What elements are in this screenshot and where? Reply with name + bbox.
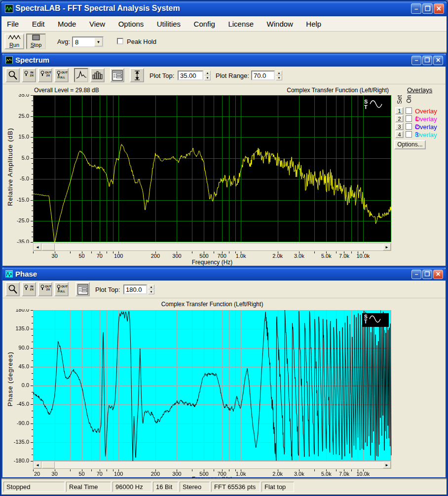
plot-top-spinner[interactable]: ▲▼: [148, 284, 154, 294]
plot-top-input[interactable]: 35.00: [178, 71, 203, 80]
overlay-4-set-button[interactable]: 4: [395, 131, 404, 138]
phase-header-center: Complex Transfer Function (Left/Right): [33, 301, 391, 308]
overlay-2-set-button[interactable]: 2: [395, 115, 404, 122]
phase-title: Phase: [15, 270, 37, 278]
zoom-tool-button[interactable]: [5, 68, 20, 82]
x-tick-label: 700: [217, 253, 226, 259]
spectrum-close-button[interactable]: ✕: [433, 56, 443, 65]
line-plot-icon: [76, 70, 87, 80]
spinner-up-icon[interactable]: ▲: [204, 71, 211, 75]
line-plot-button[interactable]: [74, 68, 88, 82]
main-title-bar[interactable]: SpectraLAB - FFT Spectral Analysis Syste…: [1, 1, 447, 16]
minimize-button[interactable]: –: [411, 3, 421, 14]
display-options-button[interactable]: [75, 282, 90, 296]
zoom-out-2x-button[interactable]: OUT2X: [38, 68, 52, 82]
zoom-in-2x-button[interactable]: IN2X: [22, 282, 36, 296]
menu-utilities[interactable]: Utilities: [151, 16, 186, 28]
overlay-1-checkbox[interactable]: [406, 107, 412, 114]
x-tick-label: 3.0k: [294, 253, 304, 259]
plot-top-spinner[interactable]: ▲▼: [204, 71, 211, 80]
spectrum-maximize-button[interactable]: ❐: [422, 56, 432, 65]
menu-mode[interactable]: Mode: [52, 16, 82, 28]
x-tick: [70, 469, 71, 471]
spectrum-scrollbar[interactable]: ◄ ►: [33, 243, 391, 251]
x-tick-label: 1.0k: [236, 253, 246, 259]
zoom-in-2x-button[interactable]: IN2X: [22, 68, 36, 82]
spectrum-plot-canvas[interactable]: [2, 94, 397, 243]
overlays-options-button[interactable]: Options...: [394, 140, 426, 149]
scroll-left-icon[interactable]: ◄: [34, 461, 41, 468]
x-tick: [229, 469, 229, 471]
zoom-out-full-button[interactable]: OUTFULL: [54, 282, 69, 296]
menu-view[interactable]: View: [84, 16, 111, 28]
stop-button[interactable]: Stop: [26, 34, 46, 49]
phase-scrollbar[interactable]: ◄ ►: [33, 461, 391, 469]
spectrum-toolbar: IN2X OUT2X OUTFULL Plot Top:: [2, 67, 446, 84]
svg-text:T: T: [364, 319, 367, 324]
zoom-out-2x-button[interactable]: OUT2X: [38, 282, 52, 296]
overlay-4-checkbox[interactable]: [406, 131, 412, 138]
phase-minimize-button[interactable]: –: [411, 270, 421, 279]
scroll-right-icon[interactable]: ►: [383, 461, 391, 468]
x-tick: [33, 469, 34, 471]
menu-edit[interactable]: Edit: [27, 16, 50, 28]
bar-plot-button[interactable]: [90, 68, 105, 82]
phase-maximize-button[interactable]: ❐: [422, 270, 432, 279]
menu-help[interactable]: Help: [300, 16, 327, 28]
spinner-up-icon[interactable]: ▲: [148, 284, 154, 289]
phase-title-bar[interactable]: Phase – ❐ ✕: [2, 268, 446, 281]
run-button[interactable]: Run: [4, 34, 24, 49]
close-button[interactable]: ✕: [434, 3, 444, 14]
menu-options[interactable]: Options: [113, 16, 149, 28]
x-tick: [107, 469, 107, 471]
spectrum-minimize-button[interactable]: –: [411, 56, 421, 65]
phase-plot-canvas[interactable]: [2, 309, 397, 463]
spinner-down-icon[interactable]: ▼: [204, 75, 211, 80]
x-tick-label: 70: [97, 253, 103, 259]
zoom-tool-button[interactable]: [5, 282, 20, 296]
overlay-2-checkbox[interactable]: [406, 115, 412, 122]
menu-config[interactable]: Config: [188, 16, 221, 28]
x-tick-label: 100: [114, 253, 123, 259]
app-icon[interactable]: [5, 4, 13, 13]
plot-range-input[interactable]: 70.0: [251, 71, 275, 80]
overlay-1-set-button[interactable]: 1: [395, 107, 404, 114]
spectrum-title-bar[interactable]: Spectrum – ❐ ✕: [2, 54, 446, 67]
x-tick: [351, 251, 352, 253]
phase-scrollbar-thumb[interactable]: [42, 461, 55, 468]
plot-range-spinner[interactable]: ▲▼: [276, 71, 282, 80]
scroll-right-icon[interactable]: ►: [383, 244, 391, 250]
display-options-button[interactable]: [110, 68, 124, 82]
status-fft-size: FFT 65536 pts: [211, 482, 260, 492]
spectrum-window-icon[interactable]: [5, 56, 13, 64]
chevron-down-icon[interactable]: ▼: [94, 37, 103, 46]
phase-window-icon[interactable]: [5, 270, 13, 278]
phase-close-button[interactable]: ✕: [433, 270, 443, 279]
overlay-3-checkbox[interactable]: [406, 123, 412, 130]
x-tick: [214, 469, 214, 471]
spectrum-header-right: Complex Transfer Function (Left/Right): [287, 87, 389, 94]
zoom-out-full-button[interactable]: OUTFULL: [54, 68, 69, 82]
menu-window[interactable]: Window: [261, 16, 299, 28]
stop-square-icon: [30, 35, 42, 40]
overlays-title: Overlays: [407, 86, 432, 94]
status-run-state: Stopped: [3, 482, 65, 492]
scroll-left-icon[interactable]: ◄: [34, 244, 41, 250]
spinner-down-icon[interactable]: ▼: [276, 75, 282, 80]
spinner-down-icon[interactable]: ▼: [148, 289, 154, 294]
menu-license[interactable]: License: [223, 16, 259, 28]
spectrum-scrollbar-thumb[interactable]: [42, 244, 55, 250]
x-tick-label: 10.0k: [356, 253, 370, 259]
avg-select[interactable]: 8 ▼: [72, 36, 104, 47]
maximize-button[interactable]: ❐: [422, 3, 433, 14]
spinner-up-icon[interactable]: ▲: [276, 71, 282, 75]
menu-file[interactable]: File: [1, 16, 24, 28]
x-tick: [214, 251, 214, 253]
overlay-3-set-button[interactable]: 3: [395, 123, 404, 130]
peak-hold-checkbox[interactable]: [117, 38, 123, 44]
vertical-scale-button[interactable]: [130, 68, 144, 82]
bar-plot-icon: [92, 70, 103, 80]
run-waveform-icon: [8, 35, 21, 40]
plot-top-input[interactable]: 180.0: [123, 284, 147, 294]
x-tick: [351, 469, 352, 471]
